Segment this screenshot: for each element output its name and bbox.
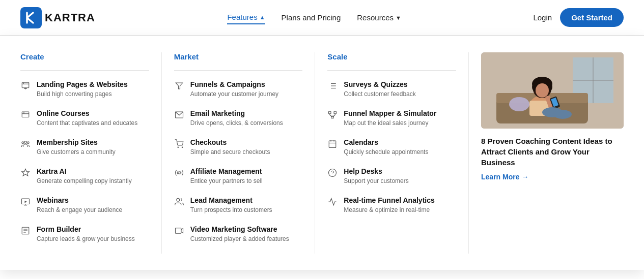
- chevron-down-icon: ▼: [396, 15, 401, 21]
- logo-text: KARTRA: [45, 11, 95, 24]
- login-button[interactable]: Login: [533, 13, 552, 22]
- navbar: KARTRA Features ▲ Plans and Pricing Reso…: [0, 0, 644, 36]
- logo-icon: [20, 7, 42, 28]
- nav-right: Login Get Started: [533, 8, 624, 27]
- get-started-button[interactable]: Get Started: [560, 8, 624, 27]
- nav-plans[interactable]: Plans and Pricing: [282, 11, 341, 24]
- nav-center: Features ▲ Plans and Pricing Resources ▼: [227, 11, 401, 24]
- logo[interactable]: KARTRA: [20, 7, 95, 28]
- nav-resources[interactable]: Resources ▼: [357, 11, 401, 24]
- chevron-up-icon: ▲: [260, 14, 265, 20]
- nav-features[interactable]: Features ▲: [227, 11, 265, 24]
